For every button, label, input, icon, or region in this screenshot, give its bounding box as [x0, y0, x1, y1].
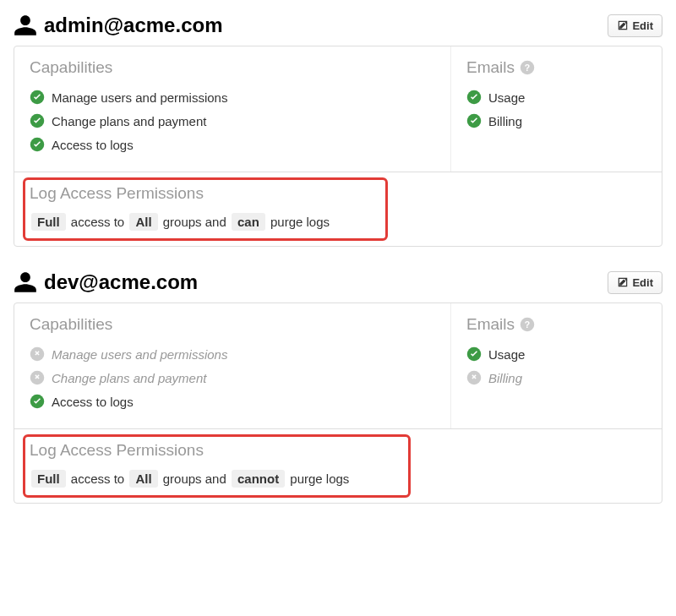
log-text-groups-and: groups and	[163, 472, 226, 486]
capabilities-section: CapabilitiesManage users and permissions…	[14, 46, 450, 172]
check-circle-icon	[466, 113, 482, 128]
log-access-title: Log Access Permissions	[30, 184, 646, 203]
capability-item: Access to logs	[30, 390, 435, 413]
emails-title-text: Emails	[466, 58, 515, 77]
email-label: Billing	[488, 371, 522, 385]
log-text-access-to: access to	[71, 215, 124, 229]
log-access-line: Full access to All groups and cannot pur…	[30, 470, 646, 488]
help-icon[interactable]: ?	[520, 60, 535, 75]
user-email: admin@acme.com	[44, 14, 608, 37]
panel-top-row: CapabilitiesManage users and permissions…	[14, 303, 662, 428]
user-panel: CapabilitiesManage users and permissions…	[14, 303, 662, 504]
emails-title: Emails?	[466, 58, 646, 77]
capability-label: Manage users and permissions	[52, 90, 227, 105]
email-label: Billing	[488, 114, 522, 128]
edit-label: Edit	[632, 19, 653, 32]
capability-item: Manage users and permissions	[30, 342, 435, 366]
help-icon[interactable]: ?	[520, 317, 535, 332]
capabilities-list: Manage users and permissionsChange plans…	[30, 342, 435, 413]
log-purge-pill: cannot	[232, 470, 285, 488]
log-scope-pill: All	[129, 470, 157, 488]
log-access-section: Log Access PermissionsFull access to All…	[14, 428, 662, 503]
svg-text:?: ?	[525, 63, 530, 73]
check-circle-icon	[466, 346, 482, 362]
capabilities-section: CapabilitiesManage users and permissions…	[14, 303, 450, 428]
log-text-purge-logs: purge logs	[290, 472, 349, 486]
check-circle-icon	[466, 90, 482, 105]
capabilities-list: Manage users and permissionsChange plans…	[30, 85, 435, 156]
x-circle-icon	[466, 370, 482, 385]
edit-label: Edit	[632, 276, 653, 289]
emails-section: Emails?UsageBilling	[450, 46, 662, 172]
email-item: Usage	[466, 342, 646, 366]
capability-item: Access to logs	[30, 133, 435, 156]
email-item: Billing	[466, 109, 646, 133]
log-scope-pill: All	[129, 213, 157, 231]
email-item: Usage	[466, 85, 646, 109]
log-access-section: Log Access PermissionsFull access to All…	[14, 172, 662, 246]
log-level-pill: Full	[31, 470, 66, 488]
capabilities-title: Capabilities	[30, 58, 435, 77]
capability-item: Change plans and payment	[30, 109, 435, 133]
x-circle-icon	[30, 370, 45, 385]
capabilities-title: Capabilities	[30, 315, 435, 334]
svg-text:?: ?	[525, 319, 530, 330]
check-circle-icon	[30, 137, 45, 152]
capability-label: Manage users and permissions	[52, 347, 227, 362]
user-icon	[14, 14, 37, 37]
user-header: dev@acme.comEdit	[14, 270, 662, 294]
edit-icon	[617, 19, 629, 31]
check-circle-icon	[30, 113, 45, 128]
user-panel: CapabilitiesManage users and permissions…	[14, 46, 662, 247]
log-level-pill: Full	[31, 213, 66, 231]
emails-list: UsageBilling	[466, 85, 646, 133]
email-label: Usage	[488, 347, 525, 362]
emails-section: Emails?UsageBilling	[450, 303, 662, 428]
edit-button[interactable]: Edit	[608, 14, 662, 37]
panel-top-row: CapabilitiesManage users and permissions…	[14, 46, 662, 172]
capability-label: Change plans and payment	[52, 114, 206, 128]
edit-icon	[617, 276, 629, 288]
capability-label: Access to logs	[52, 395, 134, 409]
log-purge-pill: can	[232, 213, 265, 231]
log-text-groups-and: groups and	[163, 215, 226, 229]
log-access-title: Log Access Permissions	[30, 441, 646, 460]
emails-title-text: Emails	[466, 315, 515, 334]
user-header: admin@acme.comEdit	[14, 14, 662, 37]
capability-label: Change plans and payment	[52, 371, 206, 385]
x-circle-icon	[30, 346, 45, 362]
log-access-line: Full access to All groups and can purge …	[30, 213, 646, 231]
user-email: dev@acme.com	[44, 270, 608, 294]
log-text-purge-logs: purge logs	[270, 215, 330, 229]
emails-title: Emails?	[466, 315, 646, 334]
user-icon	[14, 270, 37, 294]
check-circle-icon	[30, 90, 45, 105]
user-block: dev@acme.comEditCapabilitiesManage users…	[14, 270, 662, 504]
edit-button[interactable]: Edit	[608, 271, 662, 294]
capability-item: Change plans and payment	[30, 366, 435, 390]
emails-list: UsageBilling	[466, 342, 646, 390]
check-circle-icon	[30, 394, 45, 409]
email-label: Usage	[488, 90, 525, 105]
capability-label: Access to logs	[52, 138, 134, 152]
capability-item: Manage users and permissions	[30, 85, 435, 109]
log-text-access-to: access to	[71, 472, 124, 486]
user-block: admin@acme.comEditCapabilitiesManage use…	[14, 14, 662, 247]
email-item: Billing	[466, 366, 646, 390]
